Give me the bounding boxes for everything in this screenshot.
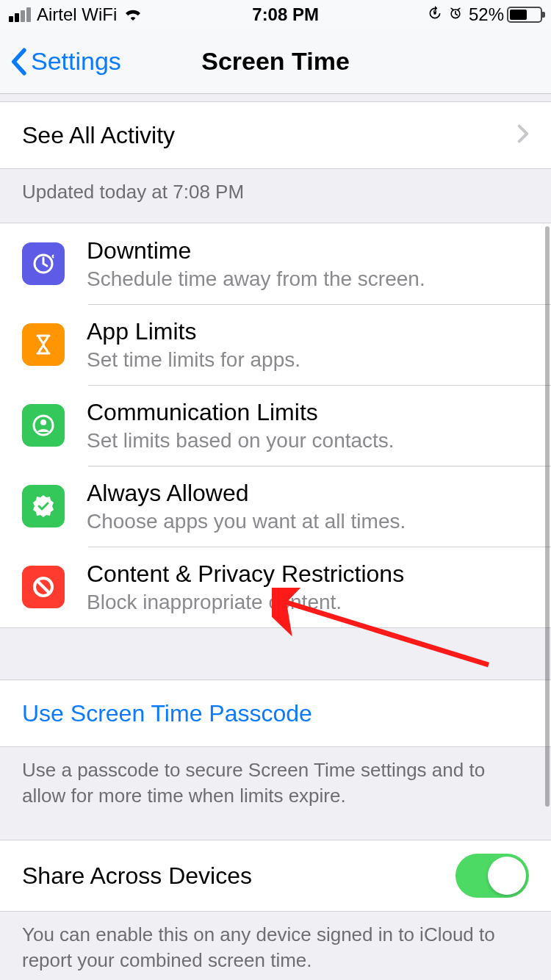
use-passcode-row[interactable]: Use Screen Time Passcode bbox=[0, 680, 551, 746]
share-across-devices-row[interactable]: Share Across Devices bbox=[0, 840, 551, 911]
hourglass-icon bbox=[22, 323, 65, 366]
content-privacy-row[interactable]: Content & Privacy Restrictions Block ina… bbox=[0, 547, 551, 627]
app-limits-row[interactable]: App Limits Set time limits for apps. bbox=[0, 304, 551, 385]
downtime-row[interactable]: Downtime Schedule time away from the scr… bbox=[0, 223, 551, 304]
row-subtitle: Set time limits for apps. bbox=[87, 348, 529, 372]
battery-percent: 52% bbox=[469, 4, 504, 25]
share-toggle[interactable] bbox=[455, 854, 529, 898]
see-all-activity-label: See All Activity bbox=[22, 122, 175, 149]
settings-list: Downtime Schedule time away from the scr… bbox=[0, 223, 551, 628]
orientation-lock-icon bbox=[428, 4, 442, 25]
row-title: Communication Limits bbox=[87, 399, 529, 426]
row-title: Downtime bbox=[87, 237, 529, 264]
clock-label: 7:08 PM bbox=[252, 4, 319, 25]
use-passcode-label: Use Screen Time Passcode bbox=[22, 700, 312, 727]
see-all-activity-row[interactable]: See All Activity bbox=[0, 102, 551, 168]
cellular-signal-icon bbox=[9, 7, 31, 22]
always-allowed-row[interactable]: Always Allowed Choose apps you want at a… bbox=[0, 466, 551, 547]
row-subtitle: Schedule time away from the screen. bbox=[87, 267, 529, 291]
back-label: Settings bbox=[31, 47, 121, 76]
page-title: Screen Time bbox=[201, 47, 350, 76]
nav-bar: Settings Screen Time bbox=[0, 29, 551, 94]
chevron-right-icon bbox=[517, 124, 529, 146]
row-title: App Limits bbox=[87, 318, 529, 345]
passcode-note: Use a passcode to secure Screen Time set… bbox=[0, 747, 551, 826]
back-button[interactable]: Settings bbox=[10, 47, 121, 76]
communication-limits-row[interactable]: Communication Limits Set limits based on… bbox=[0, 385, 551, 466]
downtime-icon bbox=[22, 242, 65, 285]
row-subtitle: Block inappropriate content. bbox=[87, 591, 529, 614]
wifi-icon bbox=[123, 4, 143, 25]
no-symbol-icon bbox=[22, 566, 65, 608]
battery-indicator: 52% bbox=[469, 4, 542, 25]
carrier-label: Airtel WiFi bbox=[37, 4, 117, 25]
scroll-indicator[interactable] bbox=[545, 226, 550, 807]
status-bar: Airtel WiFi 7:08 PM 52% bbox=[0, 0, 551, 29]
share-label: Share Across Devices bbox=[22, 862, 252, 890]
share-note: You can enable this on any device signed… bbox=[0, 912, 551, 980]
svg-point-4 bbox=[40, 419, 46, 425]
row-title: Content & Privacy Restrictions bbox=[87, 561, 529, 588]
updated-label: Updated today at 7:08 PM bbox=[0, 169, 551, 223]
checkmark-seal-icon bbox=[22, 485, 65, 527]
row-subtitle: Set limits based on your contacts. bbox=[87, 429, 529, 453]
row-subtitle: Choose apps you want at all times. bbox=[87, 510, 529, 533]
contact-icon bbox=[22, 404, 65, 447]
chevron-left-icon bbox=[10, 48, 26, 76]
row-title: Always Allowed bbox=[87, 480, 529, 507]
alarm-icon bbox=[448, 4, 463, 25]
